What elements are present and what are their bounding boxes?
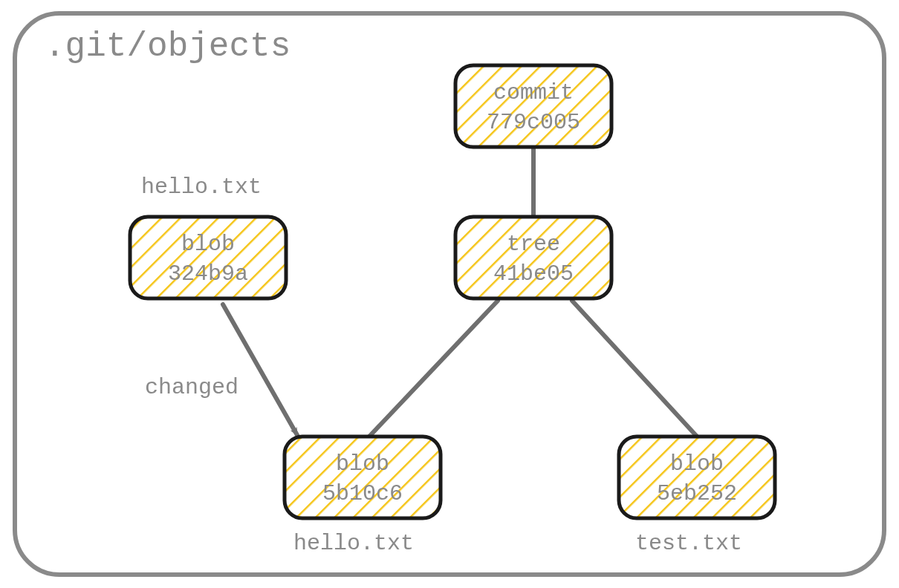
node-blob-test: blob 5eb252 bbox=[619, 437, 775, 518]
node-blob-new-hello: blob 5b10c6 bbox=[285, 437, 441, 518]
node-blob-new-hello-hash: 5b10c6 bbox=[322, 481, 403, 506]
git-objects-diagram: .git/objects commit 779c005 tree 41be05 … bbox=[0, 0, 899, 588]
node-blob-test-hash: 5eb252 bbox=[657, 481, 737, 506]
node-commit: commit 779c005 bbox=[455, 65, 611, 147]
node-tree-type: tree bbox=[507, 232, 560, 257]
node-commit-type: commit bbox=[493, 80, 574, 105]
node-blob-old-hello: blob 324b9a bbox=[130, 217, 286, 298]
label-new-hello-filename: hello.txt bbox=[293, 531, 414, 556]
container-title: .git/objects bbox=[45, 27, 291, 66]
label-old-hello-filename: hello.txt bbox=[141, 174, 262, 200]
edge-tree-to-blob-test bbox=[572, 301, 698, 438]
node-blob-old-hello-type: blob bbox=[181, 232, 235, 257]
node-blob-new-hello-type: blob bbox=[336, 451, 389, 477]
node-blob-test-type: blob bbox=[670, 451, 724, 477]
label-changed: changed bbox=[145, 375, 238, 400]
edge-tree-to-blob-hello bbox=[368, 301, 498, 438]
node-blob-old-hello-hash: 324b9a bbox=[168, 261, 248, 287]
label-test-filename: test.txt bbox=[635, 531, 742, 556]
node-tree: tree 41be05 bbox=[455, 217, 611, 298]
node-tree-hash: 41be05 bbox=[493, 261, 574, 287]
node-commit-hash: 779c005 bbox=[487, 110, 580, 135]
edge-changed-arrow bbox=[223, 304, 297, 435]
